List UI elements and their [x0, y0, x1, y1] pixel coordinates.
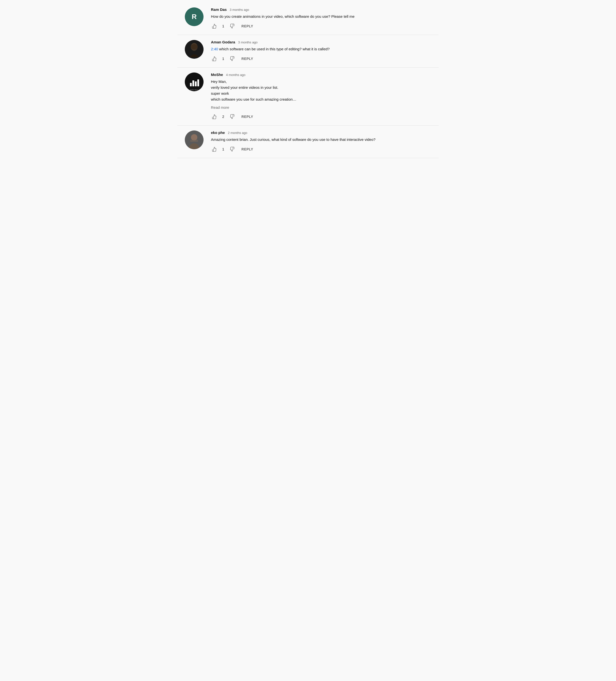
svg-rect-11 [190, 140, 198, 142]
svg-point-10 [191, 134, 197, 141]
comment-author: Aman Godara [211, 40, 235, 44]
comment-author: eko phe [211, 130, 225, 135]
comment-time: 4 months ago [226, 73, 245, 77]
avatar: MoShe Music [185, 73, 204, 91]
comment-time: 3 months ago [238, 41, 258, 44]
comment-body: MoShe4 months agoHey Man,verily loved yo… [211, 73, 431, 120]
like-button[interactable] [211, 146, 218, 153]
like-button[interactable] [211, 55, 218, 62]
avatar [185, 130, 204, 149]
comment-header: Ram Das3 months ago [211, 7, 431, 11]
dislike-button[interactable] [228, 146, 236, 153]
comment-item: Aman Godara3 months ago2:40 which softwa… [178, 35, 438, 68]
dislike-button[interactable] [228, 113, 236, 120]
like-count: 1 [222, 57, 224, 61]
comment-header: eko phe2 months ago [211, 130, 431, 135]
dislike-button[interactable] [228, 55, 236, 62]
svg-rect-4 [190, 83, 192, 86]
reply-button[interactable]: REPLY [240, 146, 255, 152]
comment-text: Amazing content brian. Just curious, wha… [211, 137, 431, 143]
comment-section: RRam Das3 months agoHow do you create an… [178, 0, 438, 160]
comment-body: Ram Das3 months agoHow do you create ani… [211, 7, 431, 30]
like-count: 1 [222, 147, 224, 151]
comment-time: 3 months ago [230, 8, 249, 11]
comment-item: MoShe Music MoShe4 months agoHey Man,ver… [178, 68, 438, 126]
comment-actions: 1 REPLY [211, 146, 431, 153]
comment-actions: 1 REPLY [211, 22, 431, 30]
comment-time: 2 months ago [228, 131, 247, 135]
reply-button[interactable]: REPLY [240, 23, 255, 29]
reply-button[interactable]: REPLY [240, 114, 255, 120]
comment-header: MoShe4 months ago [211, 73, 431, 77]
comment-actions: 1 REPLY [211, 55, 431, 62]
like-count: 2 [222, 115, 224, 119]
reply-button[interactable]: REPLY [240, 56, 255, 62]
like-button[interactable] [211, 22, 218, 30]
comment-text: How do you create animations in your vid… [211, 14, 431, 20]
comment-author: MoShe [211, 73, 223, 77]
timestamp-link[interactable]: 2:40 [211, 47, 218, 51]
like-button[interactable] [211, 113, 218, 120]
svg-text:MoShe Music: MoShe Music [190, 89, 198, 91]
comment-actions: 2 REPLY [211, 113, 431, 120]
comment-header: Aman Godara3 months ago [211, 40, 431, 44]
avatar [185, 40, 204, 59]
comment-item: eko phe2 months agoAmazing content brian… [178, 126, 438, 158]
avatar: R [185, 7, 204, 26]
comment-item: RRam Das3 months agoHow do you create an… [178, 2, 438, 35]
read-more-button[interactable]: Read more [211, 105, 431, 109]
dislike-button[interactable] [228, 22, 236, 30]
svg-rect-5 [192, 80, 194, 86]
comment-text: 2:40 which software can be used in this … [211, 46, 431, 52]
comment-body: eko phe2 months agoAmazing content brian… [211, 130, 431, 153]
comment-author: Ram Das [211, 7, 227, 11]
svg-rect-6 [195, 81, 197, 86]
comment-body: Aman Godara3 months ago2:40 which softwa… [211, 40, 431, 62]
svg-rect-7 [197, 79, 199, 86]
comment-text: Hey Man,verily loved your entire videos … [211, 79, 431, 102]
like-count: 1 [222, 24, 224, 28]
